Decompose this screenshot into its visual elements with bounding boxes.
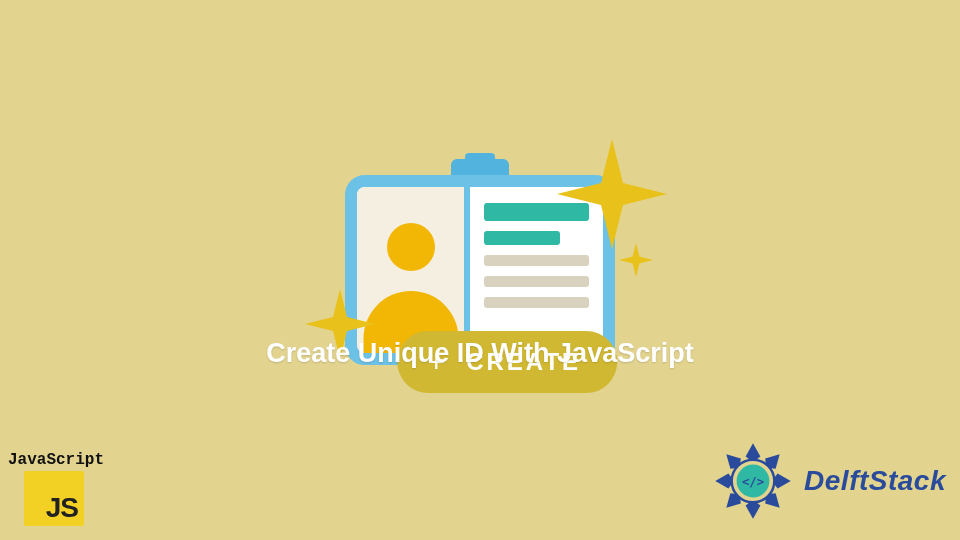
id-card-illustration: + CREATE (345, 175, 615, 365)
delftstack-emblem-icon: </> (712, 440, 794, 522)
info-line (484, 276, 589, 287)
info-line (484, 255, 589, 266)
javascript-logo-icon: JS (24, 471, 84, 526)
javascript-logo: JavaScript JS (8, 451, 100, 526)
sparkle-icon (619, 243, 653, 277)
javascript-logo-text: JavaScript (8, 451, 100, 469)
sparkle-icon (557, 139, 667, 249)
card-clip-icon (451, 153, 509, 175)
avatar-head-icon (387, 223, 435, 271)
delftstack-logo: </> DelftStack (712, 440, 946, 522)
info-bar-secondary (484, 231, 559, 245)
delftstack-logo-text: DelftStack (804, 465, 946, 497)
page-title: Create Unique ID With JavaScript (266, 338, 693, 369)
svg-text:</>: </> (742, 475, 764, 489)
info-line (484, 297, 589, 308)
